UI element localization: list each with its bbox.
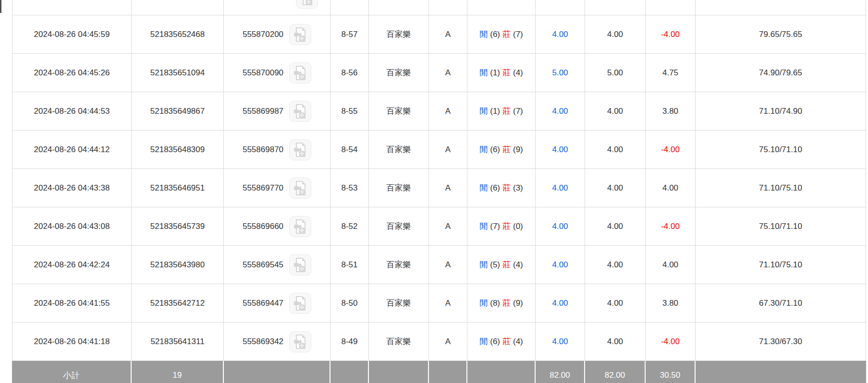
cell-valid-amount: 4.00 xyxy=(585,284,646,322)
cell-bet-time: 2024-08-26 04:44:53 xyxy=(12,92,132,130)
cell-result: 閒(6)莊(3) xyxy=(467,169,536,207)
table-row: 2024-08-26 04:45:26 521835651094 5558700… xyxy=(12,54,866,92)
video-replay-icon xyxy=(293,296,307,311)
cell-round: 8-52 xyxy=(330,207,369,245)
cell-game-id: 555869770 xyxy=(224,169,330,207)
cell-game-id: 555869545 xyxy=(224,246,330,284)
cell-table-code: A xyxy=(429,131,467,168)
cell-balance: 74.90/79.65 xyxy=(696,54,866,92)
game-id-text: 555869660 xyxy=(243,222,283,231)
game-id-text: 555869770 xyxy=(243,183,283,193)
banker-points: (9) xyxy=(513,145,523,155)
cell-game-id: 555869447 xyxy=(224,284,330,322)
cell-result: 閒(7)莊(0) xyxy=(467,207,536,245)
cell-valid-amount xyxy=(585,0,646,15)
video-replay-button[interactable] xyxy=(289,101,311,122)
cell-bet-id xyxy=(132,0,224,15)
video-replay-icon xyxy=(293,27,307,42)
table-row: 2024-08-26 04:44:53 521835649867 5558699… xyxy=(12,92,866,131)
cell-table-code: A xyxy=(429,54,467,92)
cell-balance: 79.65/75.65 xyxy=(696,15,866,53)
player-points: (6) xyxy=(490,145,500,155)
player-label: 閒 xyxy=(479,259,488,270)
video-replay-button[interactable] xyxy=(289,139,311,160)
banker-points: (9) xyxy=(513,299,523,308)
cell-game-id: 555870200 xyxy=(224,15,330,53)
video-replay-button-clipped[interactable] xyxy=(296,0,318,9)
player-label: 閒 xyxy=(479,106,488,117)
video-replay-button[interactable] xyxy=(289,178,311,199)
cell-valid-amount: 4.00 xyxy=(585,92,646,130)
cell-bet-time: 2024-08-26 04:45:59 xyxy=(12,15,132,53)
cell-bet-time: 2024-08-26 04:41:18 xyxy=(12,323,132,360)
cell-game-type: 百家樂 xyxy=(369,323,429,360)
cell-bet-amount: 4.00 xyxy=(536,92,585,130)
banker-label: 莊 xyxy=(502,29,511,40)
video-replay-button[interactable] xyxy=(289,293,311,314)
player-label: 閒 xyxy=(479,67,488,78)
cell-balance: 75.10/71.10 xyxy=(696,207,866,245)
cell-result: 閒(6)莊(4) xyxy=(467,323,536,360)
subtotal-win-loss: 30.50 xyxy=(646,361,696,383)
cell-game-id: 555869342 xyxy=(224,323,330,360)
cell-round xyxy=(330,0,369,15)
video-replay-button[interactable] xyxy=(296,0,318,9)
game-id-text: 555869987 xyxy=(243,107,283,116)
cell-bet-amount: 4.00 xyxy=(536,15,585,53)
cell-bet-time: 2024-08-26 04:45:26 xyxy=(12,54,132,92)
cell-valid-amount: 5.00 xyxy=(585,54,646,92)
video-replay-button[interactable] xyxy=(289,216,311,237)
subtotal-empty-cell xyxy=(330,361,369,383)
banker-points: (0) xyxy=(513,222,523,231)
cell-bet-time: 2024-08-26 04:42:24 xyxy=(12,246,132,284)
banker-points: (4) xyxy=(513,337,523,347)
video-replay-icon xyxy=(293,180,307,196)
cell-game-type: 百家樂 xyxy=(369,0,429,15)
cell-result: 閒(8)莊(9) xyxy=(467,284,536,322)
player-points: (1) xyxy=(490,68,500,78)
video-replay-button[interactable] xyxy=(289,24,311,45)
cell-game-type: 百家樂 xyxy=(369,15,429,53)
cell-bet-amount: 4.00 xyxy=(536,207,585,245)
subtotal-count: 19 xyxy=(132,361,224,383)
video-replay-button[interactable] xyxy=(289,331,311,352)
cell-bet-id: 521835641311 xyxy=(132,323,224,360)
cell-round: 8-49 xyxy=(330,323,369,360)
cell-win-loss: -4.00 xyxy=(646,323,696,360)
cell-valid-amount: 4.00 xyxy=(585,207,646,245)
cell-win-loss: 4.00 xyxy=(646,169,696,207)
cell-balance xyxy=(696,0,866,15)
cell-result: 閒(6)莊(9) xyxy=(467,131,536,168)
video-replay-icon xyxy=(293,142,307,157)
subtotal-empty-cell xyxy=(369,361,429,383)
cell-balance: 71.10/75.10 xyxy=(696,246,866,284)
cell-round: 8-54 xyxy=(330,131,369,168)
game-id-text: 555869870 xyxy=(243,145,283,155)
cell-bet-id: 521835648309 xyxy=(132,131,224,168)
subtotal-row: 小計 19 82.00 82.00 30.50 xyxy=(12,361,866,383)
banker-label: 莊 xyxy=(502,259,511,270)
player-points: (7) xyxy=(490,222,500,231)
video-replay-button[interactable] xyxy=(289,62,311,84)
banker-label: 莊 xyxy=(502,221,511,232)
video-replay-button[interactable] xyxy=(289,254,311,275)
cell-game-type: 百家樂 xyxy=(369,169,429,207)
table-row: 2024-08-26 04:41:55 521835642712 5558694… xyxy=(12,284,866,323)
video-replay-icon xyxy=(293,257,307,273)
cell-round: 8-55 xyxy=(330,92,369,130)
player-points: (8) xyxy=(490,299,500,308)
cell-bet-amount xyxy=(536,0,585,15)
player-points: (5) xyxy=(490,260,500,270)
cell-win-loss xyxy=(646,0,696,15)
cell-bet-amount: 4.00 xyxy=(536,131,585,168)
cell-bet-amount: 4.00 xyxy=(536,246,585,284)
cell-win-loss: -4.00 xyxy=(646,207,696,245)
table-row: 2024-08-26 04:43:08 521835645739 5558696… xyxy=(12,207,866,246)
cell-bet-time: 2024-08-26 04:43:08 xyxy=(12,207,132,245)
cell-valid-amount: 4.00 xyxy=(585,131,646,168)
subtotal-empty-cell xyxy=(224,361,330,383)
table-row-clipped: 百家樂 閒(7)莊(4) xyxy=(12,0,866,15)
cell-table-code: A xyxy=(429,323,467,360)
table-row: 2024-08-26 04:43:38 521835646951 5558697… xyxy=(12,169,866,207)
player-label: 閒 xyxy=(479,298,488,309)
